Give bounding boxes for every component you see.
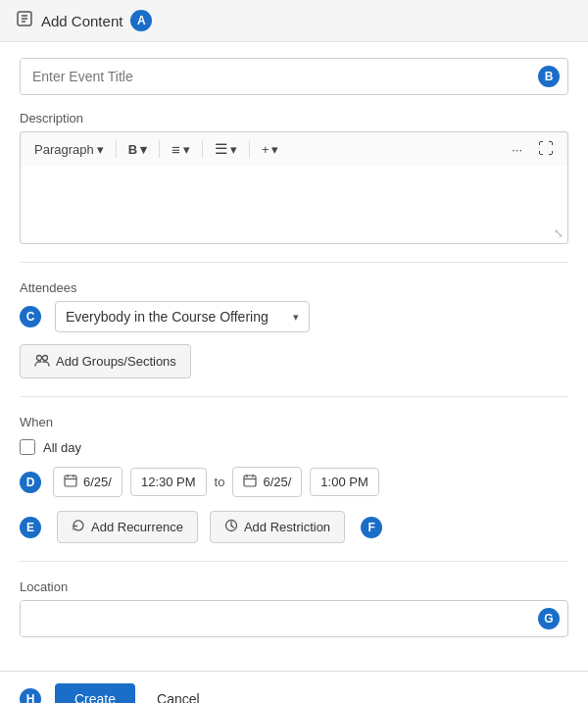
paragraph-dropdown[interactable]: Paragraph ▾ <box>28 139 110 160</box>
attendees-dropdown[interactable]: Everybody in the Course Offering ▾ <box>55 301 310 332</box>
badge-a: A <box>130 10 152 31</box>
cancel-button[interactable]: Cancel <box>145 683 212 703</box>
list-dropdown[interactable]: ☰ ▾ <box>209 137 243 161</box>
chevron-down-icon-3: ▾ <box>183 142 190 157</box>
chevron-down-icon-2: ▾ <box>140 142 147 157</box>
badge-f: F <box>361 517 382 538</box>
svg-rect-10 <box>244 476 256 486</box>
add-recurrence-button[interactable]: Add Recurrence <box>57 511 198 543</box>
expand-button[interactable]: ⛶ <box>532 137 560 161</box>
to-label: to <box>215 475 225 489</box>
add-groups-button[interactable]: Add Groups/Sections <box>20 344 191 378</box>
expand-icon: ⛶ <box>538 140 554 158</box>
list-icon: ☰ <box>215 140 227 158</box>
divider-3 <box>20 561 568 562</box>
allday-label: All day <box>43 440 81 455</box>
location-label: Location <box>20 579 568 594</box>
bold-dropdown[interactable]: B ▾ <box>122 139 153 160</box>
svg-line-16 <box>231 526 234 527</box>
editor-toolbar: Paragraph ▾ B ▾ ≡ ▾ ☰ ▾ + ▾ <box>20 131 568 166</box>
end-time-field[interactable]: 1:00 PM <box>310 468 378 496</box>
add-restriction-button[interactable]: Add Restriction <box>210 511 345 543</box>
attendees-label: Attendees <box>20 280 568 295</box>
end-time-value: 1:00 PM <box>320 475 368 489</box>
more-options-button[interactable]: ··· <box>506 139 528 160</box>
start-date-value: 6/25/ <box>83 475 112 489</box>
when-title: When <box>20 415 53 429</box>
restriction-icon <box>224 519 238 535</box>
add-restriction-label: Add Restriction <box>244 520 330 534</box>
attendees-dropdown-value: Everybody in the Course Offering <box>66 309 269 325</box>
badge-h: H <box>20 688 41 703</box>
divider-2 <box>20 396 568 397</box>
badge-e: E <box>20 517 41 538</box>
toolbar-separator-2 <box>159 140 160 158</box>
badge-c: C <box>20 306 41 327</box>
groups-icon <box>34 352 50 371</box>
location-input[interactable] <box>21 601 538 636</box>
recurrence-icon <box>72 519 85 535</box>
allday-checkbox[interactable] <box>20 439 35 455</box>
footer: H Create Cancel <box>0 671 588 703</box>
chevron-down-icon-attendees: ▾ <box>293 311 299 324</box>
event-title-input[interactable] <box>21 59 538 94</box>
chevron-down-icon: ▾ <box>97 142 104 157</box>
description-section: Description Paragraph ▾ B ▾ ≡ ▾ ☰ ▾ <box>20 111 568 244</box>
location-section: Location G <box>20 579 568 637</box>
plus-icon: + <box>262 142 270 157</box>
resize-handle: ⤡ <box>554 226 564 240</box>
chevron-down-icon-4: ▾ <box>230 142 237 157</box>
end-date-field[interactable]: 6/25/ <box>232 467 302 497</box>
toolbar-separator-3 <box>202 140 203 158</box>
page-header: Add Content A <box>0 0 588 42</box>
badge-g: G <box>538 608 560 629</box>
description-label: Description <box>20 111 568 126</box>
chevron-down-icon-5: ▾ <box>271 142 278 157</box>
end-date-value: 6/25/ <box>263 475 291 489</box>
align-dropdown[interactable]: ≡ ▾ <box>166 138 196 161</box>
svg-rect-6 <box>65 476 76 486</box>
add-content-icon <box>16 10 33 31</box>
create-button[interactable]: Create <box>55 683 135 703</box>
align-icon: ≡ <box>172 141 180 158</box>
insert-dropdown[interactable]: + ▾ <box>256 139 285 160</box>
add-recurrence-label: Add Recurrence <box>91 520 183 534</box>
badge-d: D <box>20 472 41 493</box>
toolbar-separator-1 <box>116 140 117 158</box>
start-time-value: 12:30 PM <box>141 475 196 489</box>
start-date-field[interactable]: 6/25/ <box>53 467 122 497</box>
event-title-row: B <box>20 58 568 95</box>
more-icon: ··· <box>512 142 522 157</box>
calendar-icon-start <box>64 474 77 490</box>
recurrence-restriction-row: E Add Recurrence A <box>20 511 568 543</box>
start-time-field[interactable]: 12:30 PM <box>130 468 207 496</box>
svg-point-4 <box>37 356 42 361</box>
when-section: When All day D 6/25/ 12:30 PM <box>20 415 568 543</box>
add-groups-label: Add Groups/Sections <box>56 354 176 369</box>
divider-1 <box>20 262 568 263</box>
editor-body[interactable]: ⤡ <box>20 166 568 244</box>
toolbar-separator-4 <box>249 140 250 158</box>
badge-b: B <box>538 66 560 87</box>
location-input-wrap: G <box>20 600 568 637</box>
header-title: Add Content <box>41 13 122 29</box>
attendees-section: Attendees C Everybody in the Course Offe… <box>20 280 568 378</box>
main-content: B Description Paragraph ▾ B ▾ ≡ ▾ ☰ ▾ <box>0 42 588 653</box>
calendar-icon-end <box>243 474 257 490</box>
svg-point-5 <box>43 356 48 361</box>
